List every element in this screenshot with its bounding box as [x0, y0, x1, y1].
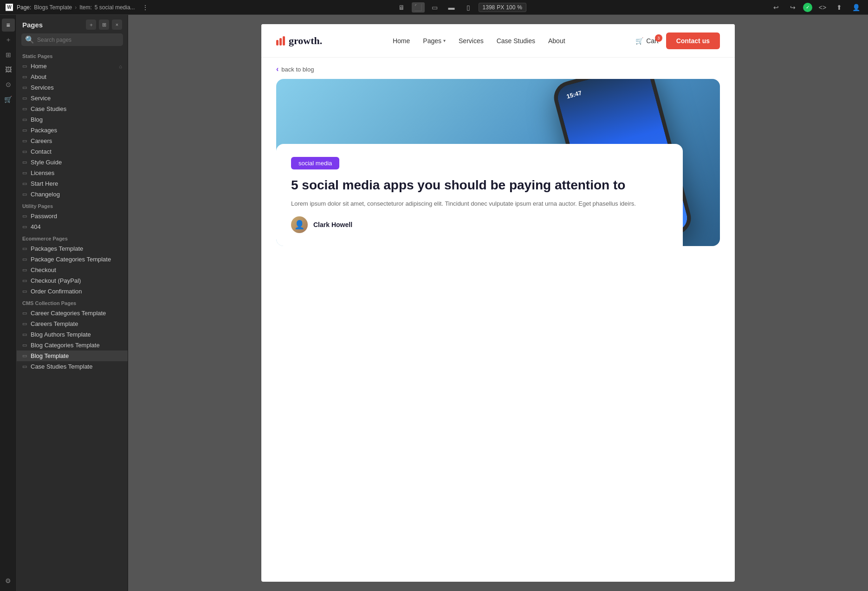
tablet-portrait-button[interactable]: ▭	[428, 2, 441, 13]
nav-case-studies[interactable]: Case Studies	[497, 37, 535, 45]
account-button[interactable]: 👤	[849, 2, 862, 13]
page-icon: ▭	[22, 106, 27, 112]
page-icon: ▭	[22, 74, 27, 80]
article-excerpt: Lorem ipsum dolor sit amet, consecteturo…	[291, 199, 668, 209]
page-item-licenses[interactable]: ▭ Licenses	[17, 168, 128, 178]
back-link[interactable]: back to blog	[261, 58, 735, 79]
page-item-changelog[interactable]: ▭ Changelog	[17, 189, 128, 200]
page-item-package-categories[interactable]: ▭ Package Categories Template	[17, 254, 128, 265]
publish-button[interactable]: ⬆	[833, 2, 846, 13]
ecommerce-icon[interactable]: 🛒	[2, 93, 15, 106]
tablet-landscape-button[interactable]: ⬛	[412, 2, 425, 13]
page-item-home[interactable]: ▭ Home ⌂	[17, 61, 128, 71]
home-icon: ⌂	[119, 64, 122, 69]
page-icon: ▭	[22, 321, 27, 327]
assets-icon[interactable]: 🖼	[2, 63, 15, 76]
page-item-careers-template[interactable]: ▭ Careers Template	[17, 318, 128, 329]
page-item-blog-categories[interactable]: ▭ Blog Categories Template	[17, 340, 128, 351]
sidebar-panel: Pages ＋ ⊞ × 🔍 Static Pages ▭ Home ⌂ ▭ Ab…	[17, 15, 128, 591]
redo-button[interactable]: ↪	[786, 2, 799, 13]
page-item-checkout[interactable]: ▭ Checkout	[17, 265, 128, 275]
page-item-start-here[interactable]: ▭ Start Here	[17, 178, 128, 189]
cart-icon: 🛒	[635, 37, 643, 45]
nav-about[interactable]: About	[548, 37, 565, 45]
page-item-order-confirmation[interactable]: ▭ Order Confirmation	[17, 286, 128, 297]
page-icon: ▭	[22, 191, 27, 197]
width-display: 1398 PX 100 %	[479, 3, 526, 12]
more-options-button[interactable]: ⋮	[139, 2, 152, 13]
page-item-packages-template[interactable]: ▭ Packages Template	[17, 243, 128, 254]
page-item-packages[interactable]: ▭ Packages	[17, 125, 128, 136]
page-item-blog[interactable]: ▭ Blog	[17, 114, 128, 125]
nav-home[interactable]: Home	[393, 37, 410, 45]
page-item-service[interactable]: ▭ Service	[17, 93, 128, 104]
top-bar-right: ↩ ↪ ✓ <> ⬆ 👤	[770, 2, 862, 13]
page-item-careers[interactable]: ▭ Careers	[17, 136, 128, 146]
settings-icon[interactable]: ⚙	[2, 574, 15, 587]
main-layout: ≡ ＋ ⊞ 🖼 ⊙ 🛒 ⚙ Pages ＋ ⊞ × 🔍 Static Pages…	[0, 15, 868, 591]
page-icon: ▭	[22, 63, 27, 69]
article-content-card: social media 5 social media apps you sho…	[276, 144, 683, 246]
sidebar-content: Static Pages ▭ Home ⌂ ▭ About ▭ Services…	[17, 50, 128, 591]
components-icon[interactable]: ⊞	[2, 48, 15, 61]
static-pages-label: Static Pages	[17, 50, 128, 61]
utility-pages-label: Utility Pages	[17, 200, 128, 211]
page-item-style-guide[interactable]: ▭ Style Guide	[17, 157, 128, 168]
cms-icon[interactable]: ⊙	[2, 78, 15, 91]
add-element-icon[interactable]: ＋	[2, 33, 15, 46]
page-icon: ▭	[22, 117, 27, 123]
search-input[interactable]	[37, 37, 119, 43]
status-indicator: ✓	[803, 3, 812, 12]
page-icon: ▭	[22, 84, 27, 91]
page-item-blog-template[interactable]: ▭ Blog Template	[17, 351, 128, 361]
sidebar-close-icon[interactable]: ×	[112, 19, 122, 30]
page-icon: ▭	[22, 331, 27, 338]
sidebar-add-page-icon[interactable]: ＋	[86, 19, 96, 30]
nav-pages[interactable]: Pages	[423, 37, 446, 45]
author-avatar: 👤	[291, 216, 308, 233]
phone-time: 15:47	[566, 89, 583, 100]
page-name: Blogs Template	[34, 4, 72, 11]
page-item-services[interactable]: ▭ Services	[17, 82, 128, 93]
page-icon: ▭	[22, 127, 27, 133]
logo-text: growth.	[289, 35, 322, 47]
search-icon: 🔍	[25, 35, 34, 44]
page-icon: ▭	[22, 213, 27, 219]
nav-services[interactable]: Services	[459, 37, 484, 45]
navbar: growth. Home Pages Services Case Studies…	[261, 24, 735, 58]
page-icon: ▭	[22, 278, 27, 284]
cart-button[interactable]: 🛒 Cart 3	[635, 37, 658, 45]
mobile-portrait-button[interactable]: ▯	[462, 2, 475, 13]
pages-rail-icon[interactable]: ≡	[2, 19, 15, 32]
page-item-blog-authors[interactable]: ▭ Blog Authors Template	[17, 329, 128, 340]
page-icon: ▭	[22, 288, 27, 294]
page-icon: ▭	[22, 170, 27, 176]
page-item-about[interactable]: ▭ About	[17, 71, 128, 82]
top-bar-center: 🖥 ⬛ ▭ ▬ ▯ 1398 PX 100 %	[155, 2, 766, 13]
desktop-view-button[interactable]: 🖥	[395, 2, 408, 13]
author-name: Clark Howell	[313, 221, 352, 228]
page-icon: ▭	[22, 342, 27, 348]
page-icon: ▭	[22, 256, 27, 262]
mobile-landscape-button[interactable]: ▬	[445, 2, 458, 13]
ecommerce-pages-label: Ecommerce Pages	[17, 232, 128, 243]
page-item-case-studies-template[interactable]: ▭ Case Studies Template	[17, 361, 128, 372]
page-item-contact[interactable]: ▭ Contact	[17, 146, 128, 157]
contact-button[interactable]: Contact us	[666, 32, 720, 49]
sidebar-title: Pages	[22, 21, 43, 29]
code-button[interactable]: <>	[816, 2, 829, 13]
undo-button[interactable]: ↩	[770, 2, 783, 13]
page-item-case-studies[interactable]: ▭ Case Studies	[17, 104, 128, 114]
cms-pages-label: CMS Collection Pages	[17, 297, 128, 308]
sidebar-header-icons: ＋ ⊞ ×	[86, 19, 122, 30]
sidebar-folder-icon[interactable]: ⊞	[99, 19, 109, 30]
page-icon: ▭	[22, 95, 27, 101]
page-icon: ▭	[22, 246, 27, 252]
page-icon: ▭	[22, 364, 27, 370]
sidebar-search-bar: 🔍	[21, 33, 123, 46]
page-item-career-categories[interactable]: ▭ Career Categories Template	[17, 308, 128, 318]
page-item-password[interactable]: ▭ Password	[17, 211, 128, 221]
article-title: 5 social media apps you should be paying…	[291, 177, 668, 194]
page-item-404[interactable]: ▭ 404	[17, 221, 128, 232]
page-item-checkout-paypal[interactable]: ▭ Checkout (PayPal)	[17, 275, 128, 286]
